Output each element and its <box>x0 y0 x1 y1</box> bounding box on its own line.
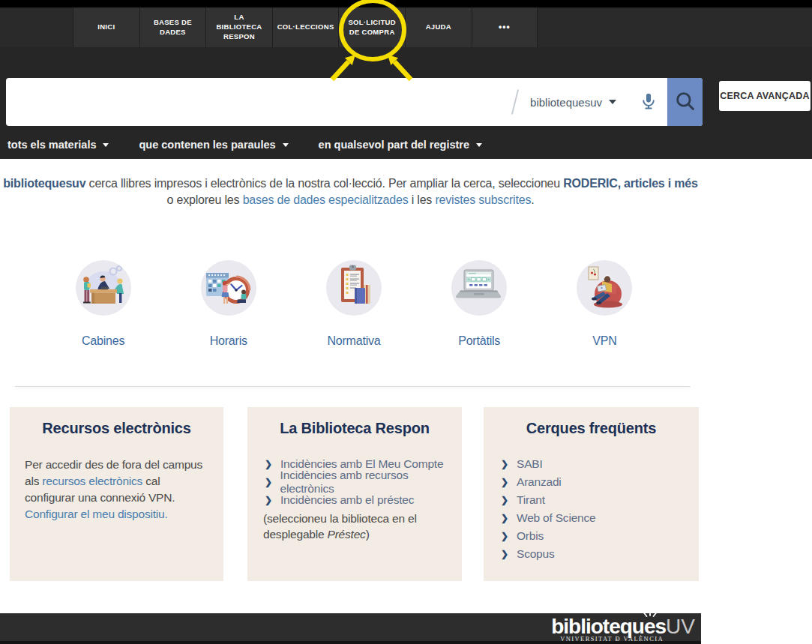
chevron-right-icon <box>501 531 517 541</box>
nav-item-colleccions[interactable]: COL·LECCIONS <box>272 7 339 47</box>
respon-note: (seleccioneu la biblioteca en el despleg… <box>247 509 462 542</box>
quicklink-label: Portàtils <box>458 334 500 348</box>
chevron-right-icon <box>501 549 517 559</box>
filter-material-type-dropdown[interactable]: tots els materials <box>7 139 109 151</box>
sun-rays-icon <box>642 610 658 619</box>
quicklink-normativa[interactable]: Normativa <box>291 260 416 348</box>
list-link[interactable]: Scopus <box>517 547 555 561</box>
list-link[interactable]: Aranzadi <box>517 475 562 489</box>
header: INICI BASES DE DADES LA BIBLIOTECA RESPO… <box>0 0 812 159</box>
databases-link[interactable]: bases de dades especialitzades <box>243 193 409 206</box>
chevron-right-icon <box>265 477 280 487</box>
chevron-right-icon <box>265 459 280 469</box>
recursos-electronics-link[interactable]: recursos electrònics <box>42 475 142 487</box>
list-item-incidencies-recursos[interactable]: Incidències amb recursos electrònics <box>265 473 462 491</box>
quicklink-label: VPN <box>592 334 616 348</box>
quicklink-portatils[interactable]: Portàtils <box>417 260 542 348</box>
laptop-illustration-icon <box>451 260 507 316</box>
card-title: La Biblioteca Respon <box>247 420 462 437</box>
library-discovery-page: INICI BASES DE DADES LA BIBLIOTECA RESPO… <box>0 0 812 644</box>
nav-item-ajuda[interactable]: AJUDA <box>405 7 472 47</box>
search-scope-value: bibliotequesuv <box>530 96 602 109</box>
note-text: ) <box>366 528 370 541</box>
chevron-right-icon <box>501 495 517 505</box>
logo-suffix-text: UV <box>666 615 695 638</box>
list-item-scopus[interactable]: Scopus <box>501 545 699 563</box>
list-item-web-of-science[interactable]: Web of Science <box>501 509 699 527</box>
chevron-right-icon <box>501 513 517 523</box>
card-body: Per accedir des de fora del campus als r… <box>10 457 223 523</box>
nav-spacer <box>0 7 73 47</box>
note-italic: Préstec <box>328 528 366 541</box>
vpn-remote-access-illustration-icon <box>577 260 632 316</box>
card-la-biblioteca-respon: La Biblioteca Respon Incidències amb El … <box>247 407 462 581</box>
chevron-down-icon <box>609 100 616 104</box>
respon-link-list: Incidències amb El Meu Compte Incidèncie… <box>247 455 462 509</box>
nav-item-sollicitud-de-compra[interactable]: SOL·LICITUD DE COMPRA <box>338 7 405 47</box>
configurar-dispositiu-link[interactable]: Configurar el meu dispositiu. <box>25 508 168 520</box>
list-link[interactable]: Incidències amb recursos electrònics <box>280 469 462 496</box>
chevron-down-icon <box>103 143 109 147</box>
list-item-tirant[interactable]: Tirant <box>501 491 699 509</box>
intro-text-3: i les <box>408 193 435 206</box>
filter-record-part-dropdown[interactable]: en qualsevol part del registre <box>319 139 482 151</box>
list-link[interactable]: Orbis <box>517 529 544 543</box>
card-recursos-electronics: Recursos electrònics Per accedir des de … <box>10 407 223 581</box>
nav-item-more-ellipsis[interactable]: ••• <box>472 7 538 47</box>
search-bar: bibliotequesuv <box>6 78 703 126</box>
opening-hours-illustration-icon <box>201 260 256 316</box>
intro-text-1: cerca llibres impresos i electrònics de … <box>85 177 563 190</box>
quicklink-vpn[interactable]: VPN <box>542 260 667 348</box>
list-link[interactable]: Web of Science <box>517 511 595 525</box>
magnifier-icon <box>674 90 697 115</box>
card-cerques-frequents: Cerques freqüents SABI Aranzadi Tirant W… <box>484 407 699 581</box>
filter-record-part-label: en qualsevol part del registre <box>319 139 469 151</box>
bibliotequesuv-logo[interactable]: bibliotequesUV VNIVERSITAT Ð VALÈNCIA <box>551 613 701 643</box>
quicklinks-row: Cabines <box>40 260 667 348</box>
section-divider <box>15 386 691 387</box>
search-scope-dropdown[interactable]: bibliotequesuv <box>518 78 630 126</box>
scope-divider-slash <box>511 89 519 114</box>
microphone-icon <box>639 91 658 113</box>
filter-contains-dropdown[interactable]: que contenen les paraules <box>139 139 288 151</box>
chevron-right-icon <box>501 477 517 487</box>
journals-link[interactable]: revistes subscrites <box>435 193 531 206</box>
card-title: Recursos electrònics <box>10 420 223 437</box>
search-submit-button[interactable] <box>667 78 703 126</box>
search-filter-row: tots els materials que contenen les para… <box>7 139 482 151</box>
main-navigation: INICI BASES DE DADES LA BIBLIOTECA RESPO… <box>0 7 812 47</box>
footer: bibliotequesUV VNIVERSITAT Ð VALÈNCIA <box>0 613 701 644</box>
nav-item-bases-de-dades[interactable]: BASES DE DADES <box>139 7 206 47</box>
list-item-sabi[interactable]: SABI <box>501 455 699 473</box>
quicklink-label: Cabines <box>82 334 124 348</box>
rules-clipboard-illustration-icon <box>326 260 382 316</box>
filter-contains-label: que contenen les paraules <box>139 139 275 151</box>
intro-text-4: . <box>531 193 534 206</box>
intro-text: bibliotequesuv cerca llibres impresos i … <box>0 175 701 208</box>
advanced-search-button[interactable]: CERCA AVANÇADA <box>719 81 811 111</box>
quicklink-label: Normativa <box>327 334 380 348</box>
nav-item-la-biblioteca-respon[interactable]: LA BIBLIOTECA RESPON <box>205 7 272 47</box>
nav-item-inici[interactable]: INICI <box>73 7 139 47</box>
roderic-link[interactable]: RODERIC, articles i més <box>563 177 697 190</box>
study-cabins-illustration-icon <box>76 260 131 316</box>
list-item-aranzadi[interactable]: Aranzadi <box>501 473 699 491</box>
search-input[interactable] <box>6 78 511 126</box>
list-link[interactable]: Tirant <box>517 493 545 507</box>
card-title: Cerques freqüents <box>484 420 699 437</box>
quicklink-horaris[interactable]: Horaris <box>166 260 291 348</box>
quicklink-label: Horaris <box>210 334 247 348</box>
chevron-down-icon <box>476 143 482 147</box>
list-link[interactable]: SABI <box>517 457 543 471</box>
chevron-right-icon <box>501 459 517 469</box>
list-item-orbis[interactable]: Orbis <box>501 527 699 545</box>
chevron-right-icon <box>265 495 280 505</box>
top-black-strip <box>0 0 812 7</box>
voice-search-button[interactable] <box>630 78 667 126</box>
frequent-link-list: SABI Aranzadi Tirant Web of Science Orbi… <box>484 455 699 563</box>
intro-text-2: o exploreu les <box>167 193 243 206</box>
quicklink-cabines[interactable]: Cabines <box>40 260 166 348</box>
list-link[interactable]: Incidències amb el préstec <box>280 493 414 507</box>
brand-name: bibliotequesuv <box>3 177 85 190</box>
filter-material-type-label: tots els materials <box>7 139 96 151</box>
